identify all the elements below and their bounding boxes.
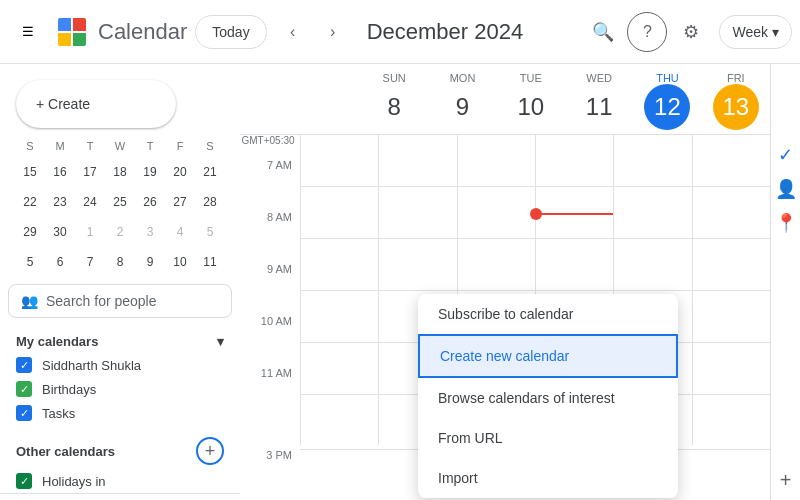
my-calendars-header[interactable]: My calendars ▾ (0, 330, 240, 353)
mini-day-7[interactable]: 7 (76, 248, 104, 276)
check-tasks-icon[interactable]: ✓ (778, 144, 793, 166)
subscribe-to-calendar-item[interactable]: Subscribe to calendar (418, 294, 678, 334)
header-left: ☰ Calendar (8, 12, 187, 52)
mini-day-jan3[interactable]: 3 (136, 218, 164, 246)
view-selector[interactable]: Week ▾ (719, 15, 792, 49)
current-time-line (536, 213, 613, 215)
app-title: Calendar (98, 19, 187, 45)
expand-icon: ▾ (217, 334, 224, 349)
prev-arrow[interactable]: ‹ (275, 14, 311, 50)
add-more-icon[interactable]: + (780, 469, 792, 492)
mini-day-28[interactable]: 28 (196, 188, 224, 216)
mini-day-jan2[interactable]: 2 (106, 218, 134, 246)
holidays-label: Holidays in (42, 474, 106, 489)
mini-day-6[interactable]: 6 (46, 248, 74, 276)
calendar-grid: SUN 8 MON 9 TUE 10 WED 11 THU 12 FRI 13 (240, 64, 770, 500)
mini-day-15[interactable]: 15 (16, 158, 44, 186)
time-label-10am: 10 AM (240, 315, 300, 367)
gmt-label-cell (300, 64, 360, 134)
browse-label: Browse calendars of interest (438, 390, 615, 406)
mini-day-27[interactable]: 27 (166, 188, 194, 216)
mini-day-16[interactable]: 16 (46, 158, 74, 186)
import-label: Import (438, 470, 478, 486)
menu-button[interactable]: ☰ (8, 12, 48, 52)
birthdays-checkbox[interactable]: ✓ (16, 381, 32, 397)
siddharth-checkbox[interactable]: ✓ (16, 357, 32, 373)
other-calendars-label: Other calendars (16, 444, 115, 459)
mini-day-jan4[interactable]: 4 (166, 218, 194, 246)
next-arrow[interactable]: › (315, 14, 351, 50)
hamburger-icon: ☰ (22, 24, 34, 39)
tasks-label: Tasks (42, 406, 75, 421)
create-label: Create new calendar (440, 348, 569, 364)
holidays-checkbox[interactable]: ✓ (16, 473, 32, 489)
time-label-9am: 9 AM (240, 263, 300, 315)
mini-day-17[interactable]: 17 (76, 158, 104, 186)
day-header-thu: THU 12 (633, 64, 701, 134)
mini-day-9[interactable]: 9 (136, 248, 164, 276)
person-search-icon: 👥 (21, 293, 38, 309)
mini-day-23[interactable]: 23 (46, 188, 74, 216)
subscribe-label: Subscribe to calendar (438, 306, 573, 322)
add-other-calendar-button[interactable]: + (196, 437, 224, 465)
col-sun[interactable] (300, 135, 378, 445)
mini-day-24[interactable]: 24 (76, 188, 104, 216)
today-button[interactable]: Today (195, 15, 266, 49)
header-icons: 🔍 ? ⚙ (583, 12, 711, 52)
browse-calendars-item[interactable]: Browse calendars of interest (418, 378, 678, 418)
from-url-item[interactable]: From URL (418, 418, 678, 458)
mini-day-8[interactable]: 8 (106, 248, 134, 276)
time-label-gmt: GMT+05:30 (240, 135, 300, 159)
my-calendars-section: My calendars ▾ ✓ Siddharth Shukla ✓ Birt… (0, 322, 240, 433)
contacts-icon[interactable]: 👤 (775, 178, 797, 200)
current-time-dot (530, 208, 542, 220)
mini-day-21[interactable]: 21 (196, 158, 224, 186)
mini-day-29[interactable]: 29 (16, 218, 44, 246)
calendar-item-tasks[interactable]: ✓ Tasks (0, 401, 240, 425)
other-calendars-section: Other calendars + (0, 433, 240, 469)
day-header-m: M (46, 136, 74, 156)
time-label-8am: 8 AM (240, 211, 300, 263)
mini-day-jan1[interactable]: 1 (76, 218, 104, 246)
mini-day-18[interactable]: 18 (106, 158, 134, 186)
search-button[interactable]: 🔍 (583, 12, 623, 52)
tasks-checkbox[interactable]: ✓ (16, 405, 32, 421)
create-button[interactable]: + Create (16, 80, 176, 128)
from-url-label: From URL (438, 430, 503, 446)
search-people-input[interactable]: 👥 Search for people (8, 284, 232, 318)
mini-day-25[interactable]: 25 (106, 188, 134, 216)
search-people-label: Search for people (46, 293, 157, 309)
mini-day-20[interactable]: 20 (166, 158, 194, 186)
mini-day-26[interactable]: 26 (136, 188, 164, 216)
time-label-7am: 7 AM (240, 159, 300, 211)
side-strip: ✓ 👤 📍 + (770, 64, 800, 500)
calendar-item-holidays[interactable]: ✓ Holidays in (0, 469, 240, 493)
day-headers-row: SUN 8 MON 9 TUE 10 WED 11 THU 12 FRI 13 (240, 64, 770, 135)
import-item[interactable]: Import (418, 458, 678, 498)
day-header-s2: S (196, 136, 224, 156)
nav-arrows: ‹ › (275, 14, 351, 50)
day-header-w: W (106, 136, 134, 156)
sidebar-footer: Terms – Privacy (0, 493, 240, 500)
sidebar: + Create S M T W T F S 15 16 17 18 19 20… (0, 64, 240, 500)
mini-day-10[interactable]: 10 (166, 248, 194, 276)
day-header-sun: SUN 8 (360, 64, 428, 134)
calendar-item-birthdays[interactable]: ✓ Birthdays (0, 377, 240, 401)
col-fri[interactable] (692, 135, 770, 445)
mini-day-11[interactable]: 11 (196, 248, 224, 276)
mini-day-30[interactable]: 30 (46, 218, 74, 246)
mini-day-22[interactable]: 22 (16, 188, 44, 216)
mini-day-jan5[interactable]: 5 (196, 218, 224, 246)
maps-icon[interactable]: 📍 (775, 212, 797, 234)
google-calendar-logo (56, 16, 88, 48)
main-layout: + Create S M T W T F S 15 16 17 18 19 20… (0, 64, 800, 500)
calendar-item-siddharth[interactable]: ✓ Siddharth Shukla (0, 353, 240, 377)
day-header-wed: WED 11 (565, 64, 633, 134)
mini-day-19[interactable]: 19 (136, 158, 164, 186)
create-new-calendar-item[interactable]: Create new calendar (418, 334, 678, 378)
my-calendars-label: My calendars (16, 334, 98, 349)
settings-button[interactable]: ⚙ (671, 12, 711, 52)
help-button[interactable]: ? (627, 12, 667, 52)
mini-day-5[interactable]: 5 (16, 248, 44, 276)
day-header-t2: T (136, 136, 164, 156)
